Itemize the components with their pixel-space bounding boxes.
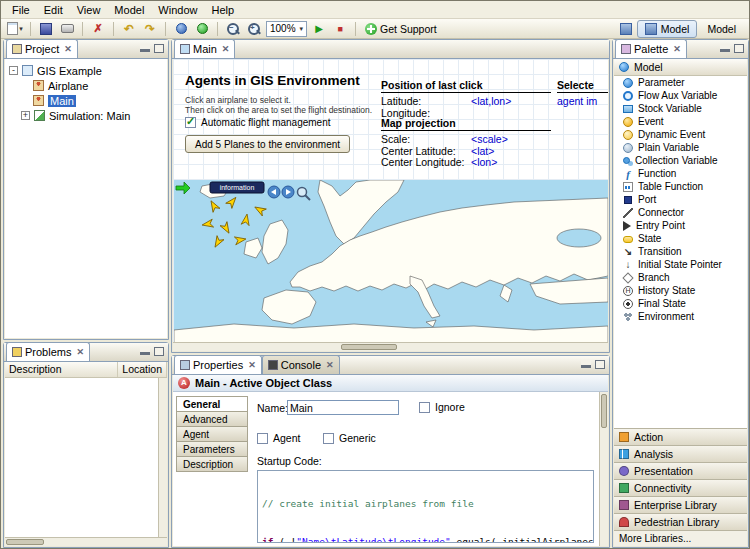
column-description[interactable]: Description [5,362,118,377]
tab-main-editor[interactable]: Main ✕ [174,39,235,58]
palette-item[interactable]: Final State [614,297,747,310]
close-icon[interactable]: ✕ [64,44,72,54]
palette-item[interactable]: ↘Transition [614,245,747,258]
ignore-checkbox[interactable] [419,402,430,413]
palette-item[interactable]: ↓Initial State Pointer [614,258,747,271]
palette-item[interactable]: Table Function [614,180,747,193]
print-button[interactable] [58,20,76,37]
palette-section-model[interactable]: Model [614,59,747,76]
maximize-icon[interactable] [734,44,744,53]
zoom-out-button[interactable]: − [224,20,242,37]
close-icon[interactable]: ✕ [76,347,84,357]
menu-window[interactable]: Window [151,2,204,18]
palette-section-action[interactable]: Action [614,428,747,445]
run-button[interactable]: ▶ [310,20,328,37]
zoom-level-select[interactable]: 100%▾ [266,21,307,37]
side-tab-description[interactable]: Description [176,456,248,472]
close-icon[interactable]: ✕ [326,360,334,370]
minimize-icon[interactable] [581,360,591,368]
column-location[interactable]: Location [118,362,167,377]
palette-item[interactable]: Entry Point [614,219,747,232]
name-input[interactable] [287,400,399,415]
maximize-icon[interactable] [154,347,164,356]
palette-item[interactable]: fFunction [614,167,747,180]
properties-vertical-scrollbar[interactable] [599,392,608,546]
side-tab-parameters[interactable]: Parameters [176,441,248,457]
collapse-icon[interactable]: - [9,66,18,75]
tree-item-main[interactable]: Main [5,93,167,108]
side-tab-general[interactable]: General [176,396,248,412]
menu-help[interactable]: Help [204,2,241,18]
zoom-in-button[interactable]: + [245,20,263,37]
palette-section-pedestrian-library[interactable]: Pedestrian Library [614,513,747,530]
tree-item-simulation-main[interactable]: + Simulation: Main [5,108,167,123]
perspective-model-inactive[interactable]: Model [699,20,744,38]
scrollbar-thumb[interactable] [341,344,397,350]
menu-edit[interactable]: Edit [37,2,70,18]
new-button[interactable]: ▾ [6,20,24,37]
palette-item[interactable]: Event [614,115,747,128]
add-planes-button[interactable]: Add 5 Planes to the environment [185,135,350,153]
palette-item[interactable]: Plain Variable [614,141,747,154]
expand-icon[interactable]: + [21,111,30,120]
close-icon[interactable]: ✕ [673,44,681,54]
tab-project[interactable]: Project ✕ [6,39,78,58]
stop-button[interactable]: ■ [331,20,349,37]
more-libraries-link[interactable]: More Libraries... [614,530,747,546]
palette-item[interactable]: Flow Aux Variable [614,89,747,102]
palette-item[interactable]: Parameter [614,76,747,89]
get-support-button[interactable]: Get Support [362,20,440,37]
side-tab-agent[interactable]: Agent [176,426,248,442]
agent-checkbox[interactable] [257,433,268,444]
editor-canvas[interactable]: Agents in GIS Environment Click an airpl… [173,59,608,351]
palette-item[interactable]: Dynamic Event [614,128,747,141]
palette-item[interactable]: Connector [614,206,747,219]
build-model-button[interactable] [172,20,190,37]
generic-checkbox[interactable] [323,433,334,444]
palette-item[interactable]: State [614,232,747,245]
side-tab-advanced[interactable]: Advanced [176,411,248,427]
gis-map-svg[interactable]: information [174,180,608,344]
maximize-icon[interactable] [595,360,605,369]
palette-item[interactable]: HHistory State [614,284,747,297]
scrollbar-thumb[interactable] [601,394,607,428]
maximize-icon[interactable] [154,44,164,53]
redo-button[interactable]: ↷ [141,20,159,37]
run-model-button[interactable] [193,20,211,37]
tab-problems[interactable]: Problems ✕ [6,342,90,361]
close-icon[interactable]: ✕ [222,44,230,54]
palette-item[interactable]: Collection Variable [614,154,747,167]
minimize-icon[interactable] [140,44,150,52]
minimize-icon[interactable] [140,347,150,355]
close-icon[interactable]: ✕ [248,360,256,370]
auto-flight-checkbox[interactable] [185,117,196,128]
save-button[interactable] [37,20,55,37]
problems-vertical-scrollbar[interactable] [158,378,167,537]
minimize-icon[interactable] [720,44,730,52]
scrollbar-thumb[interactable] [6,539,44,545]
menu-file[interactable]: File [5,2,37,18]
palette-section-presentation[interactable]: Presentation [614,462,747,479]
tab-properties[interactable]: Properties ✕ [174,355,262,374]
startup-code-editor[interactable]: // create initial airplanes from file if… [257,470,594,543]
delete-button[interactable]: ✗ [89,20,107,37]
palette-item[interactable]: Stock Variable [614,102,747,115]
palette-section-enterprise-library[interactable]: Enterprise Library [614,496,747,513]
undo-button[interactable]: ↶ [120,20,138,37]
menu-view[interactable]: View [70,2,108,18]
palette-section-connectivity[interactable]: Connectivity [614,479,747,496]
open-perspective-button[interactable] [617,20,635,37]
menu-model[interactable]: Model [107,2,151,18]
palette-item[interactable]: Environment [614,310,747,323]
gis-map[interactable]: information [174,180,608,344]
palette-section-analysis[interactable]: Analysis [614,445,747,462]
tab-console[interactable]: Console ✕ [262,355,340,374]
tree-item-airplane[interactable]: Airplane [5,78,167,93]
tree-item-gis-example[interactable]: - GIS Example [5,63,167,78]
problems-horizontal-scrollbar[interactable] [5,537,167,546]
palette-item[interactable]: Port [614,193,747,206]
palette-item[interactable]: Branch [614,271,747,284]
perspective-model-active[interactable]: Model [637,20,698,38]
tab-palette[interactable]: Palette ✕ [615,39,687,58]
editor-horizontal-scrollbar[interactable] [173,342,608,351]
